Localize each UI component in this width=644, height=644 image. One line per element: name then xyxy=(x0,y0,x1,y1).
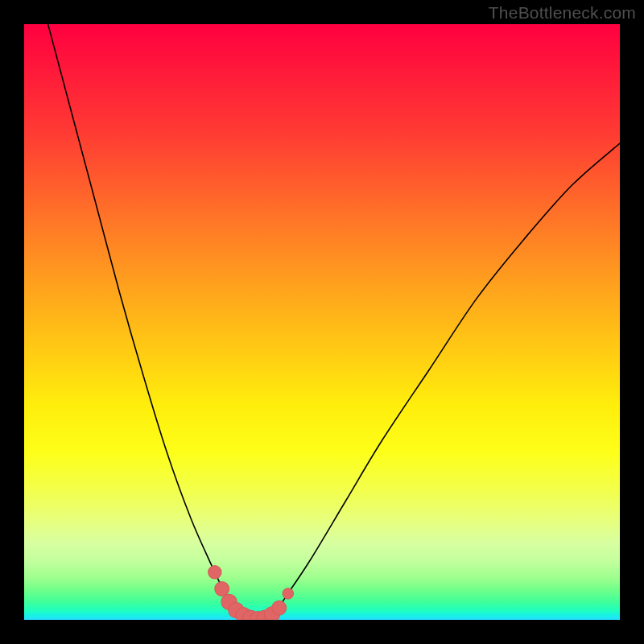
watermark-text: TheBottleneck.com xyxy=(489,3,636,23)
optimum-marker xyxy=(283,588,293,599)
optimum-marker xyxy=(208,566,221,579)
bottleneck-curve xyxy=(24,24,620,620)
optimum-marker xyxy=(215,582,229,597)
optimum-marker xyxy=(272,601,287,615)
curve-svg xyxy=(24,24,620,620)
optimum-markers xyxy=(208,566,294,620)
plot-area xyxy=(24,24,620,620)
chart-frame: TheBottleneck.com xyxy=(0,0,644,644)
